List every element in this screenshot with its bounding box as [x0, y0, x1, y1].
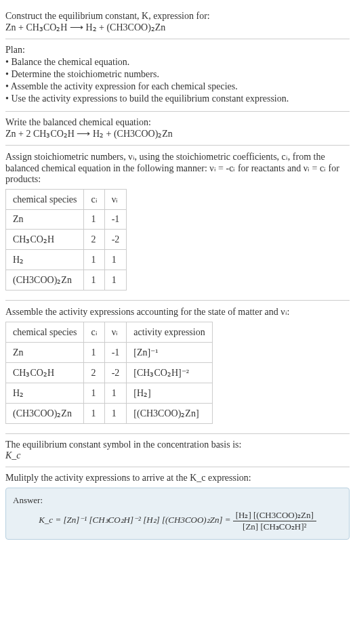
answer-denominator: [Zn] [CH₃CO₂H]²: [233, 521, 316, 532]
species-cell: H₂: [6, 383, 84, 404]
plan-heading: Plan:: [5, 45, 350, 56]
stoich-table: chemical species cᵢ νᵢ Zn 1 -1 CH₃CO₂H 2…: [5, 189, 127, 291]
activity-section: Assemble the activity expressions accoun…: [5, 301, 350, 434]
table-header: cᵢ: [84, 190, 104, 210]
balanced-section: Write the balanced chemical equation: Zn…: [5, 112, 350, 146]
activity-cell: [(CH3COO)₂Zn]: [127, 404, 212, 424]
species-cell: (CH3COO)₂Zn: [6, 270, 84, 291]
table-row: (CH3COO)₂Zn 1 1: [6, 270, 127, 291]
c-cell: 1: [84, 210, 104, 230]
table-header: cᵢ: [84, 322, 104, 343]
table-header: chemical species: [6, 190, 84, 210]
species-cell: CH₃CO₂H: [6, 363, 84, 383]
c-cell: 1: [84, 404, 104, 424]
plan-bullet: • Assemble the activity expression for e…: [5, 81, 350, 92]
balanced-heading: Write the balanced chemical equation:: [5, 117, 350, 128]
intro-equation: Zn + CH₃CO₂H ⟶ H₂ + (CH3COO)₂Zn: [5, 22, 350, 33]
c-cell: 1: [84, 343, 104, 363]
table-row: CH₃CO₂H 2 -2 [CH₃CO₂H]⁻²: [6, 363, 213, 383]
stoich-section: Assign stoichiometric numbers, νᵢ, using…: [5, 146, 350, 301]
table-row: H₂ 1 1 [H₂]: [6, 383, 213, 404]
species-cell: CH₃CO₂H: [6, 230, 84, 250]
stoich-text: Assign stoichiometric numbers, νᵢ, using…: [5, 151, 350, 185]
v-cell: 1: [104, 383, 127, 404]
table-row: Zn 1 -1: [6, 210, 127, 230]
answer-fraction: [H₂] [(CH3COO)₂Zn] [Zn] [CH₃CO₂H]²: [233, 510, 316, 532]
species-cell: (CH3COO)₂Zn: [6, 404, 84, 424]
activity-cell: [CH₃CO₂H]⁻²: [127, 363, 212, 383]
v-cell: 1: [104, 270, 127, 291]
plan-bullet: • Determine the stoichiometric numbers.: [5, 69, 350, 80]
table-row: CH₃CO₂H 2 -2: [6, 230, 127, 250]
symbol-section: The equilibrium constant symbol in the c…: [5, 434, 350, 467]
plan-section: Plan: • Balance the chemical equation. •…: [5, 39, 350, 112]
v-cell: -2: [104, 230, 127, 250]
answer-label: Answer:: [13, 495, 342, 506]
multiply-section: Mulitply the activity expressions to arr…: [5, 467, 350, 545]
table-header: activity expression: [127, 322, 212, 343]
v-cell: -1: [104, 210, 127, 230]
answer-lhs: K_c = [Zn]⁻¹ [CH₃CO₂H]⁻² [H₂] [(CH3COO)₂…: [39, 515, 230, 525]
balanced-equation: Zn + 2 CH₃CO₂H ⟶ H₂ + (CH3COO)₂Zn: [5, 128, 350, 139]
table-header: chemical species: [6, 322, 84, 343]
activity-table: chemical species cᵢ νᵢ activity expressi…: [5, 322, 213, 424]
answer-numerator: [H₂] [(CH3COO)₂Zn]: [233, 510, 316, 521]
c-cell: 1: [84, 383, 104, 404]
intro-section: Construct the equilibrium constant, K, e…: [5, 5, 350, 39]
c-cell: 1: [84, 270, 104, 291]
table-header: νᵢ: [104, 322, 127, 343]
activity-cell: [Zn]⁻¹: [127, 343, 212, 363]
v-cell: 1: [104, 250, 127, 270]
answer-box: Answer: K_c = [Zn]⁻¹ [CH₃CO₂H]⁻² [H₂] [(…: [5, 488, 350, 540]
activity-heading: Assemble the activity expressions accoun…: [5, 306, 350, 318]
table-row: (CH3COO)₂Zn 1 1 [(CH3COO)₂Zn]: [6, 404, 213, 424]
c-cell: 2: [84, 363, 104, 383]
table-header: νᵢ: [104, 190, 127, 210]
plan-bullet: • Balance the chemical equation.: [5, 57, 350, 68]
multiply-heading: Mulitply the activity expressions to arr…: [5, 473, 350, 484]
species-cell: H₂: [6, 250, 84, 270]
c-cell: 1: [84, 250, 104, 270]
activity-cell: [H₂]: [127, 383, 212, 404]
table-row: H₂ 1 1: [6, 250, 127, 270]
v-cell: -1: [104, 343, 127, 363]
v-cell: 1: [104, 404, 127, 424]
plan-bullet: • Use the activity expressions to build …: [5, 93, 350, 104]
answer-formula: K_c = [Zn]⁻¹ [CH₃CO₂H]⁻² [H₂] [(CH3COO)₂…: [13, 510, 342, 532]
symbol-line1: The equilibrium constant symbol in the c…: [5, 439, 350, 450]
c-cell: 2: [84, 230, 104, 250]
species-cell: Zn: [6, 210, 84, 230]
v-cell: -2: [104, 363, 127, 383]
species-cell: Zn: [6, 343, 84, 363]
intro-line1: Construct the equilibrium constant, K, e…: [5, 11, 350, 22]
table-row: Zn 1 -1 [Zn]⁻¹: [6, 343, 213, 363]
symbol-kc: K_c: [5, 450, 21, 460]
